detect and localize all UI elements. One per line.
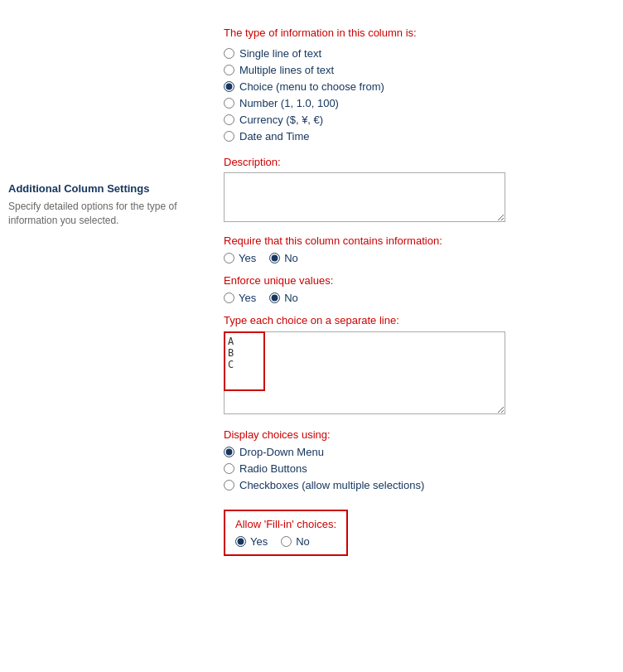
- label-radio-buttons: Radio Buttons: [239, 462, 307, 475]
- enforce-yes-item[interactable]: Yes: [224, 292, 256, 304]
- radio-fillin-no[interactable]: [281, 536, 292, 547]
- label-datetime: Date and Time: [239, 130, 310, 143]
- choices-container: A B C: [224, 331, 606, 417]
- allow-fillin-box: Allow 'Fill-in' choices: Yes No: [224, 510, 348, 556]
- require-info-options: Yes No: [224, 252, 606, 264]
- display-choices-section: Display choices using: Drop-Down Menu Ra…: [224, 428, 606, 491]
- display-choices-options: Drop-Down Menu Radio Buttons Checkboxes …: [224, 446, 606, 491]
- label-fillin-no: No: [296, 535, 310, 548]
- radio-item-checkboxes[interactable]: Checkboxes (allow multiple selections): [224, 479, 606, 491]
- column-type-title: The type of information in this column i…: [224, 27, 606, 39]
- radio-checkboxes[interactable]: [224, 480, 234, 491]
- radio-item-radio-buttons[interactable]: Radio Buttons: [224, 462, 606, 475]
- radio-single-line[interactable]: [224, 48, 234, 59]
- label-choice: Choice (menu to choose from): [239, 80, 384, 93]
- radio-item-currency[interactable]: Currency ($, ¥, €): [224, 114, 606, 126]
- radio-datetime[interactable]: [224, 131, 234, 142]
- display-choices-label: Display choices using:: [224, 428, 606, 441]
- label-fillin-yes: Yes: [250, 535, 268, 548]
- choices-section: Type each choice on a separate line: A B…: [224, 314, 606, 417]
- radio-dropdown[interactable]: [224, 447, 234, 457]
- radio-enforce-yes[interactable]: [224, 292, 234, 303]
- additional-settings-desc: Specify detailed options for the type of…: [8, 200, 191, 228]
- label-require-no: No: [284, 252, 298, 264]
- additional-settings-title: Additional Column Settings: [8, 182, 191, 195]
- description-textarea[interactable]: [224, 172, 505, 222]
- description-label: Description:: [224, 156, 606, 168]
- radio-require-yes[interactable]: [224, 253, 234, 263]
- radio-fillin-yes[interactable]: [235, 536, 246, 547]
- radio-item-multi-line[interactable]: Multiple lines of text: [224, 64, 606, 76]
- radio-choice[interactable]: [224, 81, 234, 92]
- label-single-line: Single line of text: [239, 47, 321, 60]
- right-panel: The type of information in this column i…: [199, 17, 623, 566]
- label-multi-line: Multiple lines of text: [239, 64, 334, 76]
- radio-radio-buttons[interactable]: [224, 463, 234, 474]
- radio-item-datetime[interactable]: Date and Time: [224, 130, 606, 143]
- left-panel: Additional Column Settings Specify detai…: [0, 17, 199, 566]
- label-enforce-yes: Yes: [239, 292, 256, 304]
- require-no-item[interactable]: No: [269, 252, 298, 264]
- label-currency: Currency ($, ¥, €): [239, 114, 323, 126]
- fillin-no-item[interactable]: No: [281, 535, 310, 548]
- enforce-no-item[interactable]: No: [269, 292, 298, 304]
- label-require-yes: Yes: [239, 252, 256, 264]
- allow-fillin-options: Yes No: [235, 535, 336, 548]
- radio-currency[interactable]: [224, 114, 234, 125]
- radio-multi-line[interactable]: [224, 65, 234, 75]
- choices-label: Type each choice on a separate line:: [224, 314, 606, 326]
- radio-item-choice[interactable]: Choice (menu to choose from): [224, 80, 606, 93]
- radio-require-no[interactable]: [269, 253, 280, 263]
- fillin-yes-item[interactable]: Yes: [235, 535, 268, 548]
- label-enforce-no: No: [284, 292, 298, 304]
- allow-fillin-section: Allow 'Fill-in' choices: Yes No: [224, 503, 606, 556]
- radio-item-dropdown[interactable]: Drop-Down Menu: [224, 446, 606, 458]
- page-container: Additional Column Settings Specify detai…: [0, 0, 623, 583]
- require-yes-item[interactable]: Yes: [224, 252, 256, 264]
- enforce-unique-options: Yes No: [224, 292, 606, 304]
- column-type-options: Single line of text Multiple lines of te…: [224, 47, 606, 143]
- radio-item-single-line[interactable]: Single line of text: [224, 47, 606, 60]
- label-dropdown: Drop-Down Menu: [239, 446, 324, 458]
- radio-item-number[interactable]: Number (1, 1.0, 100): [224, 97, 606, 109]
- require-info-label: Require that this column contains inform…: [224, 234, 606, 247]
- description-section: Description:: [224, 156, 606, 225]
- radio-number[interactable]: [224, 98, 234, 109]
- enforce-unique-section: Enforce unique values: Yes No: [224, 274, 606, 304]
- column-type-section: The type of information in this column i…: [224, 27, 606, 143]
- allow-fillin-label: Allow 'Fill-in' choices:: [235, 518, 336, 530]
- label-number: Number (1, 1.0, 100): [239, 97, 339, 109]
- label-checkboxes: Checkboxes (allow multiple selections): [239, 479, 424, 491]
- require-info-section: Require that this column contains inform…: [224, 234, 606, 264]
- radio-enforce-no[interactable]: [269, 292, 280, 303]
- enforce-unique-label: Enforce unique values:: [224, 274, 606, 287]
- choices-textarea[interactable]: A B C: [224, 331, 505, 414]
